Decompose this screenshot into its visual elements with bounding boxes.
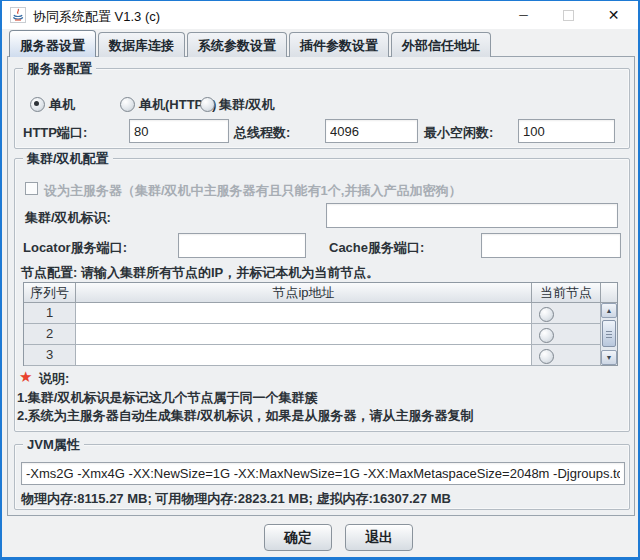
cluster-id-input[interactable]: [326, 203, 618, 228]
table-row: 3: [24, 345, 617, 366]
total-threads-input[interactable]: [325, 119, 418, 143]
jvm-options-input[interactable]: [21, 462, 625, 485]
current-node-radio[interactable]: [539, 349, 554, 364]
tab-server-settings[interactable]: 服务器设置: [9, 30, 96, 57]
current-node-radio[interactable]: [539, 307, 554, 322]
scroll-down-button[interactable]: ▼: [601, 350, 617, 365]
min-idle-label: 最小空闲数:: [424, 124, 493, 142]
exit-button[interactable]: 退出: [345, 524, 413, 551]
set-master-checkbox-label: 设为主服务器（集群/双机中主服务器有且只能有1个,并插入产品加密狗）: [44, 182, 461, 200]
tab-bar: 服务器设置 数据库连接 系统参数设置 插件参数设置 外部信任地址: [9, 32, 491, 57]
row-current-cell: [532, 345, 601, 366]
locator-port-input[interactable]: [178, 233, 306, 258]
table-scrollbar[interactable]: ▲ ▼: [600, 303, 617, 365]
table-row: 1: [24, 303, 617, 324]
memory-info: 物理内存:8115.27 MB; 可用物理内存:2823.21 MB; 虚拟内存…: [21, 490, 451, 508]
minimize-icon: ─: [519, 8, 528, 22]
minimize-button[interactable]: ─: [501, 1, 546, 29]
window-title: 协同系统配置 V1.3 (c): [33, 8, 160, 26]
ok-button[interactable]: 确定: [264, 524, 332, 551]
scroll-up-icon: ▲: [606, 307, 613, 314]
header-current-node: 当前节点: [532, 283, 601, 303]
scroll-up-button[interactable]: ▲: [601, 303, 617, 318]
app-window: 协同系统配置 V1.3 (c) ─ ✕ 服务器设置 数据库连接 系统参数设置 插…: [0, 0, 640, 560]
close-button[interactable]: ✕: [591, 1, 636, 29]
current-node-radio[interactable]: [539, 328, 554, 343]
cluster-config-group: 集群/双机配置 设为主服务器（集群/双机中主服务器有且只能有1个,并插入产品加密…: [14, 158, 630, 432]
server-config-group-title: 服务器配置: [23, 60, 96, 78]
cache-port-input[interactable]: [481, 233, 621, 258]
locator-port-label: Locator服务端口:: [23, 239, 127, 257]
star-icon: ★: [19, 369, 32, 384]
server-config-group: 服务器配置 单机 单机(HTTPS) 集群/双机 HTTP端口: 总线程数: 最…: [14, 68, 630, 149]
notes-title: 说明:: [39, 370, 69, 388]
row-ip-cell[interactable]: [76, 324, 532, 345]
note-line-1: 1.集群/双机标识是标记这几个节点属于同一个集群簇: [17, 389, 317, 407]
cache-port-label: Cache服务端口:: [329, 239, 424, 257]
tab-system-params[interactable]: 系统参数设置: [187, 32, 287, 57]
row-current-cell: [532, 324, 601, 345]
tab-external-trusted[interactable]: 外部信任地址: [391, 32, 491, 57]
row-ip-cell[interactable]: [76, 303, 532, 324]
java-app-icon: [10, 7, 26, 23]
row-current-cell: [532, 303, 601, 324]
min-idle-input[interactable]: [518, 119, 615, 143]
tab-database-connection[interactable]: 数据库连接: [98, 32, 185, 57]
total-threads-label: 总线程数:: [234, 124, 290, 142]
scroll-down-icon: ▼: [606, 354, 613, 361]
header-ip: 节点ip地址: [76, 283, 532, 303]
row-seq: 2: [24, 324, 76, 345]
jvm-group-title: JVM属性: [23, 436, 84, 454]
tab-plugin-params[interactable]: 插件参数设置: [289, 32, 389, 57]
cluster-radio[interactable]: [200, 97, 215, 112]
standalone-radio[interactable]: [30, 97, 45, 112]
row-seq: 3: [24, 345, 76, 366]
set-master-checkbox[interactable]: [25, 182, 38, 195]
row-ip-cell[interactable]: [76, 345, 532, 366]
http-port-label: HTTP端口:: [23, 124, 87, 142]
row-seq: 1: [24, 303, 76, 324]
node-table: 序列号 节点ip地址 当前节点 1 2 3: [23, 282, 618, 366]
scrollbar-thumb[interactable]: [602, 320, 616, 347]
node-table-header: 序列号 节点ip地址 当前节点: [24, 283, 617, 303]
close-icon: ✕: [608, 7, 620, 23]
standalone-radio-label: 单机: [49, 96, 75, 114]
http-port-input[interactable]: [129, 119, 229, 143]
node-config-hint: 节点配置: 请输入集群所有节点的IP，并标记本机为当前节点。: [21, 264, 379, 282]
header-corner: [601, 283, 617, 303]
maximize-icon: [563, 10, 574, 21]
header-seq: 序列号: [24, 283, 76, 303]
cluster-config-group-title: 集群/双机配置: [23, 150, 113, 168]
standalone-https-radio[interactable]: [120, 97, 135, 112]
table-row: 2: [24, 324, 617, 345]
maximize-button[interactable]: [546, 1, 591, 29]
note-line-2: 2.系统为主服务器自动生成集群/双机标识，如果是从服务器，请从主服务器复制: [17, 407, 473, 425]
titlebar: 协同系统配置 V1.3 (c) ─ ✕: [2, 1, 638, 29]
jvm-group: JVM属性 物理内存:8115.27 MB; 可用物理内存:2823.21 MB…: [14, 444, 630, 510]
cluster-id-label: 集群/双机标识:: [25, 209, 111, 227]
cluster-radio-label: 集群/双机: [219, 96, 275, 114]
